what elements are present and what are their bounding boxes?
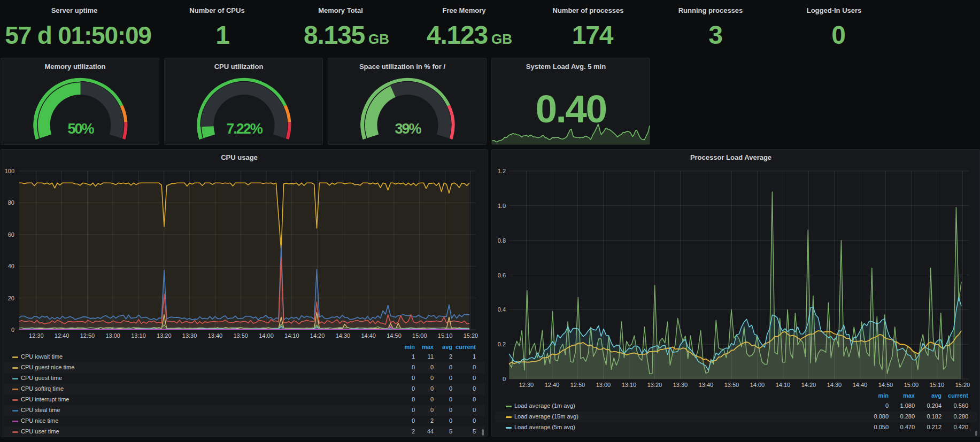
svg-text:14:40: 14:40: [853, 382, 868, 388]
svg-text:12:30: 12:30: [29, 332, 44, 339]
svg-text:80: 80: [8, 199, 14, 206]
svg-text:0.4: 0.4: [498, 306, 506, 313]
svg-text:15:00: 15:00: [904, 382, 919, 388]
svg-text:13:00: 13:00: [596, 382, 611, 388]
svg-text:13:40: 13:40: [699, 382, 714, 388]
svg-text:15:20: 15:20: [464, 332, 479, 339]
svg-text:13:00: 13:00: [105, 332, 120, 339]
svg-text:100: 100: [5, 168, 14, 174]
svg-text:13:20: 13:20: [647, 382, 662, 388]
svg-text:0.8: 0.8: [498, 237, 506, 244]
svg-text:13:10: 13:10: [131, 332, 146, 339]
svg-text:0: 0: [11, 327, 14, 333]
svg-text:60: 60: [8, 231, 14, 238]
svg-text:1.2: 1.2: [498, 168, 506, 174]
svg-text:15:10: 15:10: [438, 332, 453, 339]
svg-text:39%: 39%: [395, 121, 421, 137]
svg-text:12:50: 12:50: [80, 332, 95, 339]
svg-text:13:50: 13:50: [724, 382, 739, 388]
svg-text:0: 0: [503, 376, 506, 382]
svg-text:20: 20: [8, 295, 14, 301]
svg-text:13:10: 13:10: [622, 382, 637, 388]
svg-text:12:30: 12:30: [519, 382, 534, 388]
svg-text:50%: 50%: [67, 121, 94, 137]
svg-text:12:40: 12:40: [55, 332, 70, 339]
svg-text:1.0: 1.0: [498, 203, 506, 209]
svg-text:14:50: 14:50: [878, 382, 893, 388]
svg-text:13:20: 13:20: [157, 332, 172, 339]
svg-text:12:50: 12:50: [570, 382, 585, 388]
svg-text:0.2: 0.2: [498, 341, 506, 347]
svg-text:14:00: 14:00: [259, 332, 274, 339]
svg-text:40: 40: [8, 263, 14, 269]
svg-text:14:30: 14:30: [827, 382, 842, 388]
svg-text:15:00: 15:00: [412, 332, 427, 339]
svg-text:7.22%: 7.22%: [226, 121, 263, 137]
svg-text:14:00: 14:00: [750, 382, 765, 388]
svg-text:14:10: 14:10: [776, 382, 791, 388]
svg-text:13:40: 13:40: [208, 332, 223, 339]
svg-text:13:30: 13:30: [182, 332, 197, 339]
svg-text:14:20: 14:20: [310, 332, 325, 339]
svg-text:14:20: 14:20: [801, 382, 816, 388]
svg-text:14:50: 14:50: [387, 332, 402, 339]
svg-text:15:10: 15:10: [930, 382, 945, 388]
svg-text:15:20: 15:20: [955, 382, 970, 388]
svg-text:14:10: 14:10: [284, 332, 299, 339]
svg-text:13:50: 13:50: [233, 332, 248, 339]
svg-text:14:40: 14:40: [361, 332, 376, 339]
svg-text:14:30: 14:30: [336, 332, 351, 339]
svg-text:0.6: 0.6: [498, 272, 506, 278]
svg-text:12:40: 12:40: [545, 382, 560, 388]
svg-text:13:30: 13:30: [673, 382, 688, 388]
